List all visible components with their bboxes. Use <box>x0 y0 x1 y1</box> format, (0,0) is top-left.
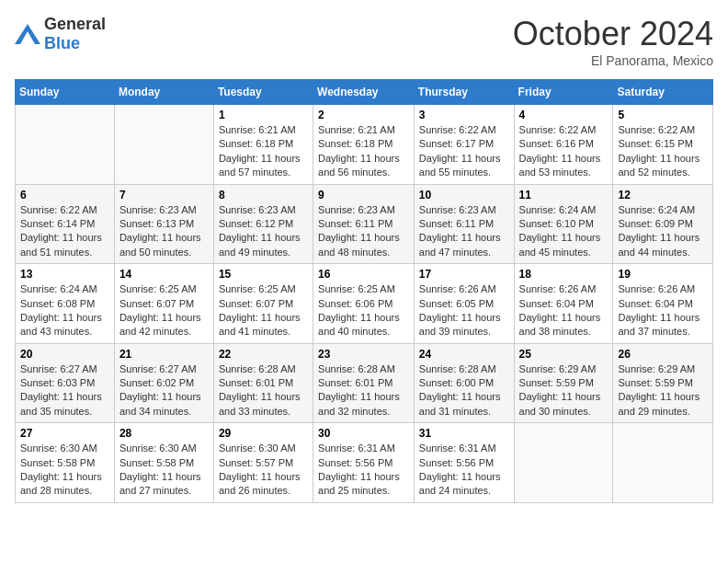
day-cell: 4Sunrise: 6:22 AM Sunset: 6:16 PM Daylig… <box>514 105 613 185</box>
day-cell: 19Sunrise: 6:26 AM Sunset: 6:04 PM Dayli… <box>613 264 713 344</box>
day-number: 27 <box>20 427 109 440</box>
day-cell: 24Sunrise: 6:28 AM Sunset: 6:00 PM Dayli… <box>414 343 514 423</box>
day-cell: 25Sunrise: 6:29 AM Sunset: 5:59 PM Dayli… <box>514 343 613 423</box>
day-cell: 6Sunrise: 6:22 AM Sunset: 6:14 PM Daylig… <box>16 184 115 264</box>
day-info: Sunrise: 6:31 AM Sunset: 5:56 PM Dayligh… <box>419 442 509 499</box>
day-number: 20 <box>20 348 109 361</box>
day-info: Sunrise: 6:31 AM Sunset: 5:56 PM Dayligh… <box>318 442 409 499</box>
day-info: Sunrise: 6:25 AM Sunset: 6:06 PM Dayligh… <box>318 282 409 339</box>
day-number: 11 <box>519 189 609 201</box>
weekday-header-friday: Friday <box>514 80 613 105</box>
day-number: 2 <box>318 109 409 121</box>
day-cell <box>16 105 115 185</box>
day-cell: 13Sunrise: 6:24 AM Sunset: 6:08 PM Dayli… <box>16 264 115 344</box>
day-cell: 1Sunrise: 6:21 AM Sunset: 6:18 PM Daylig… <box>213 105 313 185</box>
day-cell: 10Sunrise: 6:23 AM Sunset: 6:11 PM Dayli… <box>414 184 514 264</box>
day-info: Sunrise: 6:24 AM Sunset: 6:08 PM Dayligh… <box>20 282 109 339</box>
title-area: October 2024 El Panorama, Mexico <box>513 15 713 68</box>
day-cell: 26Sunrise: 6:29 AM Sunset: 5:59 PM Dayli… <box>613 343 713 423</box>
day-number: 30 <box>318 427 409 440</box>
day-info: Sunrise: 6:23 AM Sunset: 6:12 PM Dayligh… <box>219 203 308 260</box>
day-number: 4 <box>519 109 609 121</box>
weekday-header-monday: Monday <box>114 80 213 105</box>
day-number: 18 <box>519 268 609 281</box>
day-info: Sunrise: 6:30 AM Sunset: 5:58 PM Dayligh… <box>20 442 109 499</box>
day-number: 21 <box>119 348 209 361</box>
day-cell: 30Sunrise: 6:31 AM Sunset: 5:56 PM Dayli… <box>313 423 415 503</box>
day-info: Sunrise: 6:24 AM Sunset: 6:10 PM Dayligh… <box>519 203 609 260</box>
header: General Blue October 2024 El Panorama, M… <box>15 15 713 68</box>
day-cell: 31Sunrise: 6:31 AM Sunset: 5:56 PM Dayli… <box>414 423 514 503</box>
day-number: 8 <box>219 189 308 201</box>
day-cell: 3Sunrise: 6:22 AM Sunset: 6:17 PM Daylig… <box>414 105 514 185</box>
day-number: 14 <box>119 268 209 281</box>
calendar-table: SundayMondayTuesdayWednesdayThursdayFrid… <box>15 79 713 503</box>
day-info: Sunrise: 6:25 AM Sunset: 6:07 PM Dayligh… <box>119 282 209 339</box>
day-number: 9 <box>318 189 409 201</box>
day-info: Sunrise: 6:23 AM Sunset: 6:13 PM Dayligh… <box>119 203 209 260</box>
day-number: 6 <box>20 189 109 201</box>
day-cell: 27Sunrise: 6:30 AM Sunset: 5:58 PM Dayli… <box>16 423 115 503</box>
day-info: Sunrise: 6:21 AM Sunset: 6:18 PM Dayligh… <box>318 123 409 180</box>
day-info: Sunrise: 6:30 AM Sunset: 5:57 PM Dayligh… <box>219 442 308 499</box>
day-number: 17 <box>419 268 509 281</box>
day-number: 28 <box>119 427 209 440</box>
logo-general-text: General <box>44 15 106 33</box>
day-info: Sunrise: 6:23 AM Sunset: 6:11 PM Dayligh… <box>318 203 409 260</box>
logo-blue-text: Blue <box>44 34 80 52</box>
day-cell: 8Sunrise: 6:23 AM Sunset: 6:12 PM Daylig… <box>213 184 313 264</box>
week-row-5: 27Sunrise: 6:30 AM Sunset: 5:58 PM Dayli… <box>16 423 713 503</box>
day-number: 22 <box>219 348 308 361</box>
day-info: Sunrise: 6:26 AM Sunset: 6:05 PM Dayligh… <box>419 282 509 339</box>
day-info: Sunrise: 6:28 AM Sunset: 6:01 PM Dayligh… <box>318 362 409 419</box>
weekday-header-tuesday: Tuesday <box>213 80 313 105</box>
day-number: 5 <box>618 109 708 121</box>
day-info: Sunrise: 6:27 AM Sunset: 6:03 PM Dayligh… <box>20 362 109 419</box>
day-number: 25 <box>519 348 609 361</box>
day-number: 16 <box>318 268 409 281</box>
logo: General Blue <box>15 15 106 53</box>
week-row-1: 1Sunrise: 6:21 AM Sunset: 6:18 PM Daylig… <box>16 105 713 185</box>
day-number: 26 <box>618 348 708 361</box>
week-row-4: 20Sunrise: 6:27 AM Sunset: 6:03 PM Dayli… <box>16 343 713 423</box>
day-cell <box>514 423 613 503</box>
day-number: 1 <box>219 109 308 121</box>
day-info: Sunrise: 6:28 AM Sunset: 6:01 PM Dayligh… <box>219 362 308 419</box>
day-number: 15 <box>219 268 308 281</box>
logo-icon <box>15 24 40 44</box>
day-info: Sunrise: 6:26 AM Sunset: 6:04 PM Dayligh… <box>519 282 609 339</box>
location-subtitle: El Panorama, Mexico <box>513 53 713 68</box>
day-number: 29 <box>219 427 308 440</box>
day-cell: 7Sunrise: 6:23 AM Sunset: 6:13 PM Daylig… <box>114 184 213 264</box>
day-info: Sunrise: 6:21 AM Sunset: 6:18 PM Dayligh… <box>219 123 308 180</box>
day-info: Sunrise: 6:23 AM Sunset: 6:11 PM Dayligh… <box>419 203 509 260</box>
weekday-header-sunday: Sunday <box>16 80 115 105</box>
weekday-header-row: SundayMondayTuesdayWednesdayThursdayFrid… <box>16 80 713 105</box>
day-info: Sunrise: 6:29 AM Sunset: 5:59 PM Dayligh… <box>519 362 609 419</box>
day-cell: 11Sunrise: 6:24 AM Sunset: 6:10 PM Dayli… <box>514 184 613 264</box>
day-cell: 21Sunrise: 6:27 AM Sunset: 6:02 PM Dayli… <box>114 343 213 423</box>
day-number: 3 <box>419 109 509 121</box>
day-cell: 2Sunrise: 6:21 AM Sunset: 6:18 PM Daylig… <box>313 105 415 185</box>
day-cell: 17Sunrise: 6:26 AM Sunset: 6:05 PM Dayli… <box>414 264 514 344</box>
day-info: Sunrise: 6:28 AM Sunset: 6:00 PM Dayligh… <box>419 362 509 419</box>
day-cell: 29Sunrise: 6:30 AM Sunset: 5:57 PM Dayli… <box>213 423 313 503</box>
day-number: 7 <box>119 189 209 201</box>
day-cell: 23Sunrise: 6:28 AM Sunset: 6:01 PM Dayli… <box>313 343 415 423</box>
day-cell: 18Sunrise: 6:26 AM Sunset: 6:04 PM Dayli… <box>514 264 613 344</box>
day-number: 23 <box>318 348 409 361</box>
day-info: Sunrise: 6:30 AM Sunset: 5:58 PM Dayligh… <box>119 442 209 499</box>
day-info: Sunrise: 6:22 AM Sunset: 6:14 PM Dayligh… <box>20 203 109 260</box>
day-cell: 22Sunrise: 6:28 AM Sunset: 6:01 PM Dayli… <box>213 343 313 423</box>
day-info: Sunrise: 6:22 AM Sunset: 6:15 PM Dayligh… <box>618 123 708 180</box>
day-info: Sunrise: 6:22 AM Sunset: 6:17 PM Dayligh… <box>419 123 509 180</box>
day-cell: 20Sunrise: 6:27 AM Sunset: 6:03 PM Dayli… <box>16 343 115 423</box>
day-cell <box>114 105 213 185</box>
day-cell: 12Sunrise: 6:24 AM Sunset: 6:09 PM Dayli… <box>613 184 713 264</box>
day-info: Sunrise: 6:29 AM Sunset: 5:59 PM Dayligh… <box>618 362 708 419</box>
day-info: Sunrise: 6:26 AM Sunset: 6:04 PM Dayligh… <box>618 282 708 339</box>
day-cell: 14Sunrise: 6:25 AM Sunset: 6:07 PM Dayli… <box>114 264 213 344</box>
day-cell: 9Sunrise: 6:23 AM Sunset: 6:11 PM Daylig… <box>313 184 415 264</box>
day-cell: 15Sunrise: 6:25 AM Sunset: 6:07 PM Dayli… <box>213 264 313 344</box>
day-number: 19 <box>618 268 708 281</box>
